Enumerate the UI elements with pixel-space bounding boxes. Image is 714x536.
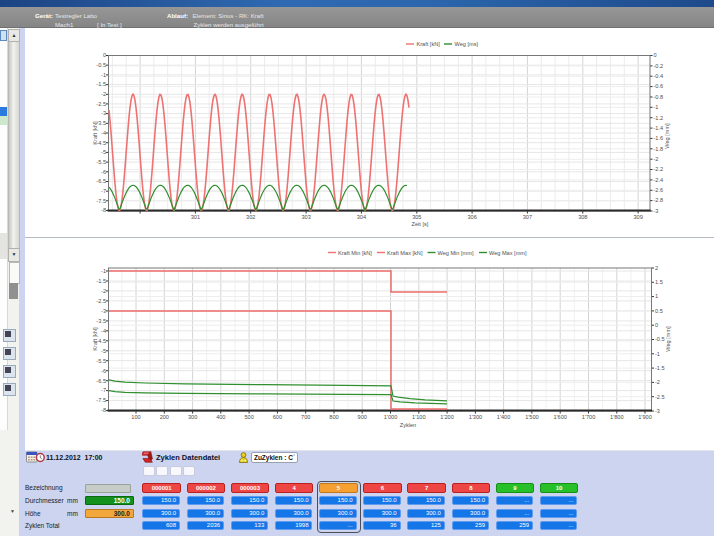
svg-text:-5: -5 (101, 348, 106, 354)
svg-text:1: 1 (655, 293, 658, 299)
svg-text:-2: -2 (101, 91, 106, 97)
svg-text:Kraft Min [kN]: Kraft Min [kN] (338, 250, 372, 256)
svg-text:-8: -8 (101, 207, 106, 213)
svg-text:1'100: 1'100 (412, 414, 426, 420)
svg-text:Weg [ms]: Weg [ms] (455, 41, 479, 47)
svg-text:-6: -6 (101, 368, 106, 374)
svg-text:800: 800 (329, 414, 338, 420)
svg-text:Weg Min [mm]: Weg Min [mm] (438, 250, 474, 256)
svg-text:-1.5: -1.5 (96, 278, 106, 284)
svg-text:Weg Max [mm]: Weg Max [mm] (489, 250, 527, 256)
svg-text:Zyklen: Zyklen (400, 422, 416, 428)
svg-text:1'400: 1'400 (497, 414, 511, 420)
svg-text:-1: -1 (101, 268, 106, 274)
svg-text:-1: -1 (101, 72, 106, 78)
svg-text:-7.5: -7.5 (96, 198, 106, 204)
svg-text:-0.6: -0.6 (654, 83, 664, 89)
svg-text:1'700: 1'700 (582, 414, 596, 420)
svg-text:301: 301 (191, 214, 200, 220)
svg-text:304: 304 (357, 214, 366, 220)
svg-text:1.5: 1.5 (655, 279, 663, 285)
svg-text:-3.5: -3.5 (96, 318, 106, 324)
svg-text:-3: -3 (655, 408, 660, 414)
svg-text:700: 700 (301, 414, 310, 420)
svg-text:Kraft [kN]: Kraft [kN] (92, 121, 98, 145)
svg-text:1'500: 1'500 (525, 414, 539, 420)
svg-text:2: 2 (655, 265, 658, 271)
svg-text:500: 500 (244, 414, 253, 420)
svg-text:-3: -3 (101, 110, 106, 116)
svg-text:-2: -2 (655, 379, 660, 385)
svg-text:-1.4: -1.4 (654, 125, 664, 131)
svg-text:-4: -4 (101, 328, 106, 334)
svg-text:1'600: 1'600 (553, 414, 567, 420)
svg-text:-7.5: -7.5 (96, 397, 106, 403)
svg-text:-5.5: -5.5 (96, 358, 106, 364)
svg-text:1'800: 1'800 (610, 414, 624, 420)
svg-text:-2.8: -2.8 (654, 197, 664, 203)
svg-text:Zeit [s]: Zeit [s] (412, 221, 429, 227)
svg-text:303: 303 (301, 214, 310, 220)
svg-text:305: 305 (412, 214, 421, 220)
svg-text:100: 100 (131, 414, 140, 420)
svg-text:-1.6: -1.6 (654, 135, 664, 141)
svg-text:302: 302 (246, 214, 255, 220)
svg-text:0: 0 (655, 322, 658, 328)
svg-text:-6.5: -6.5 (96, 378, 106, 384)
svg-text:-2.6: -2.6 (654, 187, 664, 193)
svg-text:Kraft [kN]: Kraft [kN] (417, 41, 441, 47)
svg-text:-1.5: -1.5 (655, 365, 665, 371)
svg-text:-6: -6 (101, 169, 106, 175)
svg-text:-0.5: -0.5 (655, 336, 665, 342)
svg-text:-3: -3 (101, 308, 106, 314)
svg-text:308: 308 (578, 214, 587, 220)
svg-text:307: 307 (523, 214, 532, 220)
svg-text:300: 300 (188, 414, 197, 420)
svg-text:-2: -2 (101, 288, 106, 294)
svg-text:400: 400 (216, 414, 225, 420)
svg-text:-0.8: -0.8 (654, 94, 664, 100)
svg-text:1'300: 1'300 (469, 414, 483, 420)
svg-text:-2.4: -2.4 (654, 177, 664, 183)
svg-text:1'000: 1'000 (384, 414, 398, 420)
svg-text:Kraft [kN]: Kraft [kN] (92, 327, 98, 351)
svg-text:0: 0 (654, 52, 657, 58)
svg-text:-1: -1 (655, 351, 660, 357)
svg-text:-7: -7 (101, 387, 106, 393)
svg-text:-1.5: -1.5 (96, 81, 106, 87)
svg-text:200: 200 (160, 414, 169, 420)
svg-text:600: 600 (273, 414, 282, 420)
svg-text:Kraft Max [kN]: Kraft Max [kN] (387, 250, 423, 256)
svg-text:309: 309 (633, 214, 642, 220)
svg-text:-0.4: -0.4 (654, 73, 664, 79)
svg-text:-1.8: -1.8 (654, 146, 664, 152)
svg-text:900: 900 (358, 414, 367, 420)
svg-text:-3: -3 (654, 208, 659, 214)
svg-text:-8: -8 (101, 407, 106, 413)
svg-text:0.5: 0.5 (655, 308, 663, 314)
svg-text:-4: -4 (101, 130, 106, 136)
svg-text:-2.2: -2.2 (654, 166, 664, 172)
svg-text:-0.2: -0.2 (654, 63, 664, 69)
svg-text:-5: -5 (101, 149, 106, 155)
svg-text:-2.5: -2.5 (96, 298, 106, 304)
svg-text:-5.5: -5.5 (96, 159, 106, 165)
svg-text:1'200: 1'200 (440, 414, 454, 420)
svg-text:-1: -1 (654, 104, 659, 110)
svg-text:0: 0 (103, 52, 106, 58)
svg-text:-2.5: -2.5 (96, 101, 106, 107)
svg-text:-0.5: -0.5 (96, 62, 106, 68)
svg-text:Weg [mm]: Weg [mm] (664, 123, 670, 149)
svg-text:1'900: 1'900 (638, 414, 652, 420)
svg-text:-6.5: -6.5 (96, 178, 106, 184)
svg-text:-2.5: -2.5 (655, 394, 665, 400)
svg-text:306: 306 (467, 214, 476, 220)
svg-text:-2: -2 (654, 156, 659, 162)
svg-text:Weg [mm]: Weg [mm] (665, 326, 671, 352)
svg-text:-7: -7 (101, 188, 106, 194)
svg-text:-1.2: -1.2 (654, 115, 664, 121)
